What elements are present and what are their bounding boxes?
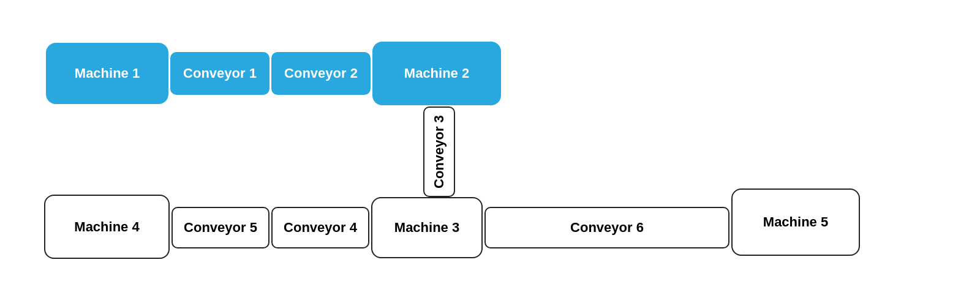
machine5-label: Machine 5 bbox=[763, 214, 828, 230]
machine3-label: Machine 3 bbox=[394, 220, 459, 236]
conveyor6-label: Conveyor 6 bbox=[570, 220, 644, 236]
conveyor2-node[interactable]: Conveyor 2 bbox=[271, 52, 371, 95]
machine5-node[interactable]: Machine 5 bbox=[731, 188, 860, 256]
machine4-node[interactable]: Machine 4 bbox=[44, 195, 170, 259]
conveyor3-node[interactable]: Conveyor 3 bbox=[423, 106, 455, 197]
conveyor3-label: Conveyor 3 bbox=[431, 115, 447, 188]
diagram-container: Machine 1 Conveyor 1 Conveyor 2 Machine … bbox=[0, 0, 980, 306]
conveyor6-node[interactable]: Conveyor 6 bbox=[484, 207, 729, 248]
conveyor1-node[interactable]: Conveyor 1 bbox=[170, 52, 270, 95]
machine3-node[interactable]: Machine 3 bbox=[371, 197, 483, 258]
machine2-label: Machine 2 bbox=[404, 65, 469, 81]
conveyor5-node[interactable]: Conveyor 5 bbox=[172, 207, 270, 248]
conveyor4-node[interactable]: Conveyor 4 bbox=[271, 207, 369, 248]
conveyor4-label: Conveyor 4 bbox=[284, 220, 357, 236]
machine4-label: Machine 4 bbox=[74, 219, 139, 235]
machine1-node[interactable]: Machine 1 bbox=[46, 43, 168, 104]
machine2-node[interactable]: Machine 2 bbox=[372, 42, 501, 105]
machine1-label: Machine 1 bbox=[75, 65, 140, 81]
conveyor1-label: Conveyor 1 bbox=[183, 65, 257, 81]
conveyor2-label: Conveyor 2 bbox=[284, 65, 358, 81]
conveyor5-label: Conveyor 5 bbox=[184, 220, 257, 236]
